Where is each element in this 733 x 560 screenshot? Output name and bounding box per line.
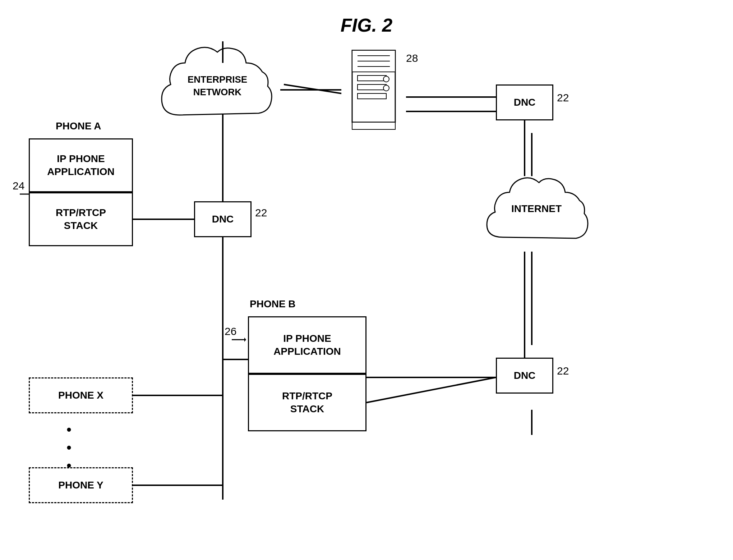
dnc-bottom-right-box: DNC (496, 358, 553, 394)
enterprise-network-cloud: ENTERPRISE NETWORK (151, 36, 280, 138)
svg-text:NETWORK: NETWORK (193, 87, 242, 97)
phone-a-label: PHONE A (56, 120, 101, 132)
svg-line-40 (366, 377, 496, 403)
ref-28: 28 (406, 52, 418, 64)
svg-rect-20 (358, 75, 386, 81)
dnc-middle-text: DNC (212, 213, 234, 226)
svg-text:INTERNET: INTERNET (511, 203, 562, 214)
phone-y-box: PHONE Y (29, 467, 133, 503)
svg-rect-22 (358, 93, 386, 99)
phone-b-rtp-box: RTP/RTCP STACK (248, 374, 366, 431)
svg-rect-25 (352, 122, 395, 129)
dnc-bottom-right-text: DNC (514, 369, 536, 382)
phone-a-rtp-box: RTP/RTCP STACK (29, 192, 133, 246)
internet-cloud: INTERNET (478, 169, 593, 257)
ref-26: 26 (225, 325, 236, 338)
ref-22b: 22 (557, 92, 569, 104)
dnc-middle-box: DNC (194, 201, 252, 237)
diagram: FIG. 2 (0, 0, 733, 560)
phone-a-ip-text: IP PHONE APPLICATION (47, 152, 115, 179)
svg-point-24 (383, 85, 389, 91)
phone-y-text: PHONE Y (58, 479, 103, 492)
phone-b-ip-text: IP PHONE APPLICATION (273, 332, 341, 358)
server-icon (341, 47, 406, 138)
dnc-top-right-box: DNC (496, 84, 553, 120)
phone-x-text: PHONE X (58, 389, 103, 402)
phone-x-box: PHONE X (29, 377, 133, 413)
phone-b-rtp-text: RTP/RTCP STACK (282, 390, 332, 416)
svg-point-23 (383, 76, 389, 82)
phone-a-ip-box: IP PHONE APPLICATION (29, 138, 133, 192)
phone-b-label: PHONE B (250, 298, 296, 310)
phone-a-rtp-text: RTP/RTCP STACK (56, 206, 106, 233)
ref-24: 24 (13, 180, 24, 192)
svg-line-35 (284, 84, 341, 93)
ref-22c: 22 (557, 365, 569, 377)
dnc-top-right-text: DNC (514, 96, 536, 109)
figure-title: FIG. 2 (341, 14, 392, 36)
ref-22a: 22 (255, 207, 267, 219)
svg-text:ENTERPRISE: ENTERPRISE (188, 74, 247, 85)
svg-marker-31 (244, 338, 246, 342)
arrow-26 (232, 336, 246, 343)
svg-rect-21 (358, 84, 386, 90)
phone-b-ip-box: IP PHONE APPLICATION (248, 316, 366, 374)
